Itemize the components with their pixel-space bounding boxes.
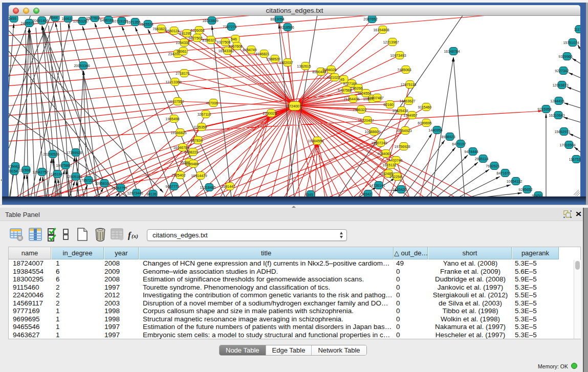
svg-text:12505185: 12505185 (66, 175, 82, 179)
svg-text:1621022: 1621022 (326, 76, 340, 79)
svg-text:3267110: 3267110 (198, 113, 211, 116)
svg-text:8471676: 8471676 (496, 171, 510, 175)
svg-text:1344957: 1344957 (403, 114, 417, 117)
svg-text:252254: 252254 (389, 175, 401, 179)
svg-text:1965498: 1965498 (165, 117, 179, 121)
svg-text:19654923: 19654923 (396, 129, 411, 133)
svg-text:2718176: 2718176 (176, 72, 189, 75)
svg-text:20206526: 20206526 (43, 152, 59, 156)
svg-text:2087652: 2087652 (363, 17, 377, 21)
svg-text:17957223: 17957223 (79, 179, 95, 182)
svg-text:10973493: 10973493 (390, 54, 406, 57)
svg-text:111568: 111568 (19, 168, 30, 172)
svg-text:15751074: 15751074 (563, 41, 579, 45)
svg-text:1440954: 1440954 (428, 128, 442, 132)
svg-text:17016504: 17016504 (559, 143, 575, 147)
svg-text:2967608: 2967608 (228, 45, 242, 48)
svg-text:6479197: 6479197 (452, 142, 466, 146)
svg-text:9115460: 9115460 (418, 105, 432, 109)
svg-text:6498222: 6498222 (184, 150, 198, 154)
svg-text:9329966: 9329966 (558, 55, 572, 58)
svg-text:887834: 887834 (190, 139, 202, 142)
svg-text:10958107: 10958107 (95, 182, 111, 185)
svg-text:18807249: 18807249 (371, 141, 387, 145)
svg-text:19166825: 19166825 (170, 131, 186, 135)
svg-text:16046788: 16046788 (173, 146, 189, 149)
svg-text:546: 546 (231, 37, 237, 41)
svg-text:1588520: 1588520 (266, 57, 280, 61)
svg-text:9215958: 9215958 (537, 107, 551, 111)
svg-text:891295: 891295 (179, 32, 191, 35)
svg-text:9146821: 9146821 (255, 52, 269, 56)
svg-text:10688609: 10688609 (364, 130, 380, 134)
svg-text:20053346: 20053346 (74, 64, 90, 68)
svg-text:18724007: 18724007 (285, 104, 301, 108)
svg-text:6794028: 6794028 (322, 68, 336, 72)
svg-text:417006: 417006 (206, 101, 217, 105)
svg-text:16154808: 16154808 (373, 28, 389, 32)
svg-text:21364436: 21364436 (343, 97, 359, 101)
svg-text:12213967: 12213967 (383, 40, 399, 44)
svg-text:7515524: 7515524 (139, 23, 153, 26)
svg-text:10025438: 10025438 (392, 109, 408, 113)
svg-text:6497568: 6497568 (338, 89, 352, 92)
svg-text:(x): (x) (132, 233, 138, 239)
svg-text:1527602: 1527602 (86, 16, 100, 20)
svg-text:7485063: 7485063 (397, 68, 411, 72)
svg-text:5226058: 5226058 (190, 29, 204, 32)
svg-text:16033809: 16033809 (202, 19, 218, 23)
svg-text:1615132: 1615132 (382, 163, 396, 167)
svg-text:6099489: 6099489 (185, 162, 199, 166)
svg-text:1244415: 1244415 (550, 99, 564, 103)
svg-text:9084067: 9084067 (377, 152, 391, 156)
svg-text:7632621: 7632621 (486, 164, 499, 168)
svg-text:6099695: 6099695 (418, 121, 431, 125)
svg-text:1322037: 1322037 (279, 61, 293, 64)
svg-text:116753: 116753 (569, 158, 580, 161)
svg-text:2455: 2455 (9, 17, 16, 20)
svg-text:73342: 73342 (361, 192, 372, 196)
svg-text:16543382: 16543382 (218, 49, 234, 53)
svg-text:12975115: 12975115 (401, 83, 417, 86)
svg-text:84126: 84126 (146, 192, 157, 196)
svg-text:8186323: 8186323 (202, 38, 216, 42)
svg-text:16148784: 16148784 (444, 50, 460, 53)
svg-text:10975867: 10975867 (56, 164, 72, 167)
svg-text:8454749: 8454749 (243, 48, 256, 52)
svg-text:12942757: 12942757 (32, 170, 48, 174)
svg-text:10719155: 10719155 (112, 19, 128, 23)
svg-text:1362615: 1362615 (297, 64, 311, 68)
svg-text:2330029: 2330029 (263, 112, 276, 115)
svg-text:1733426: 1733426 (393, 188, 406, 191)
svg-text:16914479: 16914479 (191, 174, 207, 178)
svg-text:1145194: 1145194 (49, 172, 63, 176)
svg-text:12923446: 12923446 (127, 191, 143, 195)
svg-text:746266: 746266 (351, 86, 362, 90)
svg-text:9827503: 9827503 (188, 36, 202, 40)
svg-text:1054338: 1054338 (176, 41, 189, 45)
svg-text:16963: 16963 (61, 17, 72, 20)
svg-text:10807487: 10807487 (367, 96, 383, 100)
svg-text:19756928: 19756928 (394, 145, 410, 148)
svg-text:9327508: 9327508 (216, 40, 230, 44)
svg-text:16210643: 16210643 (549, 114, 564, 117)
svg-text:19384554: 19384554 (308, 139, 323, 143)
svg-text:92450: 92450 (532, 194, 542, 197)
svg-text:20691406: 20691406 (32, 19, 48, 23)
svg-text:1117: 1117 (574, 28, 580, 31)
svg-text:17359928: 17359928 (66, 151, 82, 155)
svg-text:62160: 62160 (383, 103, 394, 106)
svg-text:15720407: 15720407 (358, 119, 374, 122)
svg-text:8813054: 8813054 (270, 17, 284, 21)
svg-text:14136141: 14136141 (369, 184, 385, 187)
svg-text:3624554: 3624554 (357, 92, 371, 95)
svg-text:39154: 39154 (9, 169, 18, 173)
svg-text:10653267: 10653267 (73, 19, 89, 23)
svg-text:9474444: 9474444 (464, 150, 478, 154)
svg-text:7357274: 7357274 (223, 25, 236, 29)
svg-text:7663822: 7663822 (153, 27, 166, 31)
svg-text:9345: 9345 (305, 193, 313, 196)
svg-text:8660124: 8660124 (165, 29, 179, 33)
svg-text:1691447: 1691447 (221, 185, 235, 188)
svg-text:9944: 9944 (50, 16, 58, 19)
